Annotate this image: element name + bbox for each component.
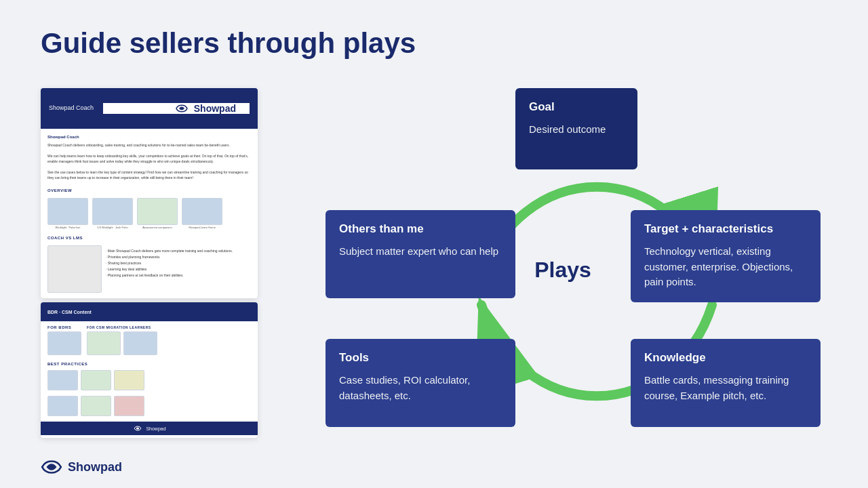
card-goal-body: Desired outcome (529, 122, 624, 138)
for-bdrs-label: FOR BDRs (47, 325, 81, 331)
showpad-logo-text: Showpad (194, 103, 236, 114)
overview-label: OVERVIEW (41, 186, 258, 194)
thumb-4: Showpad Learn Home (182, 198, 222, 229)
thumb-2: CS Worklight · Josh Fehn (92, 198, 133, 229)
doc-header-text: Showpad Coach (49, 104, 103, 113)
diagram-area: Goal Desired outcome Others than me Subj… (319, 81, 854, 461)
footer-logo-text: Showpad (68, 460, 122, 474)
plays-label: Plays (495, 258, 631, 283)
coach-vs-lms-label: COACH VS LMS (41, 233, 258, 241)
card-target: Target + characteristics Technology vert… (631, 210, 821, 302)
doc-card-bottom: BDR · CSM Content FOR BDRs FOR CSM Migra… (41, 302, 258, 438)
coach-thumb (47, 245, 102, 293)
for-csm-label: FOR CSM Migration Learners (87, 325, 157, 331)
doc-card-header: Showpad Coach Showpad (41, 88, 258, 129)
card-knowledge: Knowledge Battle cards, messaging traini… (631, 339, 821, 427)
card-others: Others than me Subject matter expert who… (326, 210, 515, 298)
thumb-3: Assessment comparison (137, 198, 178, 229)
doc-header-white: Showpad (103, 103, 250, 114)
doc-body: Showpad Coach Showpad Coach delivers onb… (41, 129, 258, 186)
doc-thumbnails: Worklight · Pulse.live CS Worklight · Jo… (41, 194, 258, 233)
card-others-body: Subject matter expert who can help (339, 244, 502, 260)
card-target-body: Technology vertical, existing customer, … (644, 244, 807, 290)
doc-card-bottom-header-text: BDR · CSM Content (47, 310, 92, 314)
document-preview: Showpad Coach Showpad Showpad Coach Show… (41, 88, 258, 441)
title-plain: Guide sellers through (41, 27, 343, 59)
showpad-footer-icon (132, 425, 143, 432)
doc-card-top: Showpad Coach Showpad Showpad Coach Show… (41, 88, 258, 298)
card-others-title: Others than me (339, 222, 502, 236)
card-knowledge-title: Knowledge (644, 351, 807, 365)
card-knowledge-body: Battle cards, messaging training course,… (644, 373, 807, 403)
thumb-1: Worklight · Pulse.live (47, 198, 88, 229)
card-goal: Goal Desired outcome (515, 88, 637, 169)
card-goal-title: Goal (529, 100, 624, 114)
footer-logo: Showpad (41, 460, 122, 474)
doc-card-bottom-header: BDR · CSM Content (41, 302, 258, 321)
bottom-content: FOR BDRs FOR CSM Migration Learners (41, 321, 258, 359)
card-footer-text: Showpad (146, 426, 165, 431)
best-practices-thumbs-2 (41, 393, 258, 419)
card-tools-body: Case studies, ROI calculator, datasheets… (339, 373, 502, 403)
card-target-title: Target + characteristics (644, 222, 807, 236)
footer-showpad-icon (41, 460, 62, 474)
page-title: Guide sellers through plays (41, 27, 416, 60)
best-practices-label: BEST PRACTICES (41, 359, 258, 367)
card-bottom-footer: Showpad (41, 422, 258, 435)
showpad-logo-area: Showpad (174, 103, 236, 114)
card-tools: Tools Case studies, ROI calculator, data… (326, 339, 515, 427)
coach-vs-lms-thumb: · Main Showpad Coach delivers gets more … (41, 241, 258, 297)
title-bold: plays (343, 27, 416, 59)
doc-body-title: Showpad Coach (47, 134, 251, 141)
showpad-icon (174, 103, 190, 114)
best-practices-thumbs (41, 367, 258, 393)
card-tools-title: Tools (339, 351, 502, 365)
